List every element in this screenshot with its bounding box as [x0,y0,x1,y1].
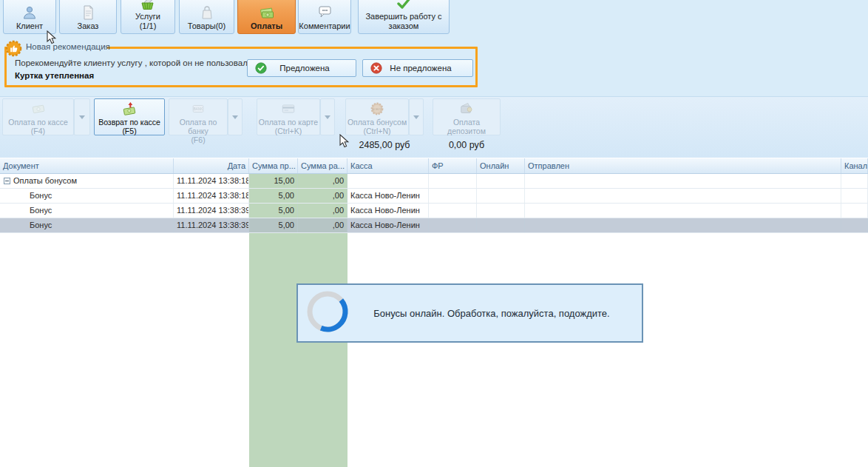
column-header-sent[interactable]: Отправлен [525,158,841,173]
comments-icon [316,4,333,21]
table-row[interactable]: Бонус11.11.2024 13:38:395,00,00Касса Нов… [0,218,868,233]
cell-sent [525,174,841,188]
card-icon [281,101,296,116]
pay-bonus-dropdown [409,98,424,135]
cell-fr [429,174,477,188]
cell-online [477,174,525,188]
cell-sent [525,189,841,203]
cell-kassa: Касса Ново-Ленин [347,189,429,203]
column-header-fr[interactable]: ФР [429,158,477,173]
pay-button-label: Оплата бонусом (Ctrl+N) [347,118,407,135]
goods-icon [199,4,215,21]
not-offered-button[interactable]: Не предложена [362,59,473,77]
tab-payments[interactable]: Оплаты [237,0,296,34]
recommendation-legend: Новая рекомендация [26,42,110,51]
pay-button-label: Возврат по кассе (F5) [98,118,160,135]
column-header-online[interactable]: Онлайн [477,158,525,173]
pos-order-window: КлиентЗаказУслуги (1/1)Товары(0)ОплатыКо… [0,0,868,467]
column-header-sum_out[interactable]: Сумма ра... [298,158,347,173]
column-header-kanal[interactable]: Канал [841,158,868,173]
cell-fr [429,189,477,203]
tab-comments[interactable]: Комментарии [298,0,351,34]
thumbs-up-badge-icon [5,40,22,57]
chevron-down-icon [413,115,419,119]
cell-sum_in: 15,00 [249,174,298,188]
chevron-down-icon [325,115,330,119]
pay-button-label: Оплата по карте (Ctrl+K) [259,118,318,135]
tab-label: Заказ [76,21,101,31]
cell-document: Бонус [0,189,174,203]
bank-icon: BANK [191,101,206,116]
tab-goods[interactable]: Товары(0) [179,0,234,34]
recommendation-message: Порекомендуйте клиенту услугу , которой … [15,58,257,67]
cell-sum_out: ,00 [298,218,347,232]
cell-sum_in: 5,00 [249,204,298,218]
svg-text:БОНУС: БОНУС [373,108,382,111]
table-row[interactable]: Бонус11.11.2024 13:38:185,00,00Касса Нов… [0,189,868,204]
cell-fr [429,204,477,218]
pay-button-label: Оплата депозитом [433,118,500,135]
cell-online [477,218,525,232]
cell-date: 11.11.2024 13:38:39 [174,204,249,218]
tab-label: Клиент [15,21,44,31]
column-header-kassa[interactable]: Касса [347,158,429,173]
finish-check-icon [396,0,412,11]
pay-deposit-button: Оплата депозитом [433,98,501,135]
chevron-down-icon [79,115,85,119]
table-header: ДокументДатаСумма пр...Сумма ра...КассаФ… [0,158,868,174]
loading-spinner-icon [306,290,349,336]
cell-kanal [841,204,868,218]
document-icon [80,4,96,21]
pay-card-button: Оплата по карте (Ctrl+K) [257,98,320,135]
tab-client[interactable]: Клиент [3,0,56,34]
cell-fr [429,218,477,232]
column-header-sum_in[interactable]: Сумма пр... [249,158,298,173]
pay-card-dropdown [320,98,335,135]
cell-online [477,189,525,203]
document-title: Оплаты бонусом [13,176,77,185]
refund-cash-button[interactable]: Возврат по кассе (F5) [94,98,165,135]
recommended-item-name: Куртка утепленная [15,71,94,80]
pay-cash-button: Оплата по кассе (F4) [2,98,74,135]
cell-date: 11.11.2024 13:38:39 [174,218,249,232]
pay-button-label: Оплата по кассе (F4) [8,118,67,135]
cash-icon [31,101,46,116]
svg-text:BANK: BANK [194,107,203,111]
pay-button-label: Оплата по банку (F6) [169,118,227,144]
tab-label: Оплаты [249,21,284,31]
cell-kanal [841,218,868,232]
tab-label: Комментарии [297,21,351,31]
cell-sum_out: ,00 [298,204,347,218]
cross-circle-icon [370,62,382,74]
deposit-icon [459,101,474,116]
deposit-balance: 0,00 руб [433,140,501,153]
collapse-icon[interactable] [4,178,10,184]
cell-document: Бонус [0,218,174,232]
pay-cash-dropdown [74,98,90,135]
cell-date: 11.11.2024 13:38:18 [174,174,249,188]
tab-label: Завершить работу с заказом [359,12,449,31]
tab-label: Услуги (1/1) [134,12,162,31]
offered-button-label: Предложена [267,64,356,73]
table-row[interactable]: Оплаты бонусом11.11.2024 13:38:1815,00,0… [0,174,868,189]
cell-sent [525,204,841,218]
cash-return-icon [122,101,137,116]
cell-date: 11.11.2024 13:38:18 [174,189,249,203]
pay-bonus-button: БОНУСОплата бонусом (Ctrl+N) [345,98,409,135]
table-row[interactable]: Бонус11.11.2024 13:38:395,00,00Касса Нов… [0,204,868,218]
tab-services[interactable]: Услуги (1/1) [121,0,175,34]
cell-sum_in: 5,00 [249,189,298,203]
pay-bank-button: BANKОплата по банку (F6) [169,98,228,135]
cell-kanal [841,189,868,203]
offered-button[interactable]: Предложена [247,59,356,77]
payments-icon [259,4,275,21]
tab-order[interactable]: Заказ [59,0,117,34]
column-header-date[interactable]: Дата [174,158,249,173]
document-title: Бонус [30,221,52,229]
tab-finish[interactable]: Завершить работу с заказом [358,0,450,34]
dialog-message: Бонусы онлайн. Обработка, пожалуйста, по… [349,308,642,319]
column-header-document[interactable]: Документ [0,158,174,173]
cell-kassa: Касса Ново-Ленин [347,218,429,232]
tab-label: Товары(0) [186,21,227,31]
cell-kassa [347,174,429,188]
